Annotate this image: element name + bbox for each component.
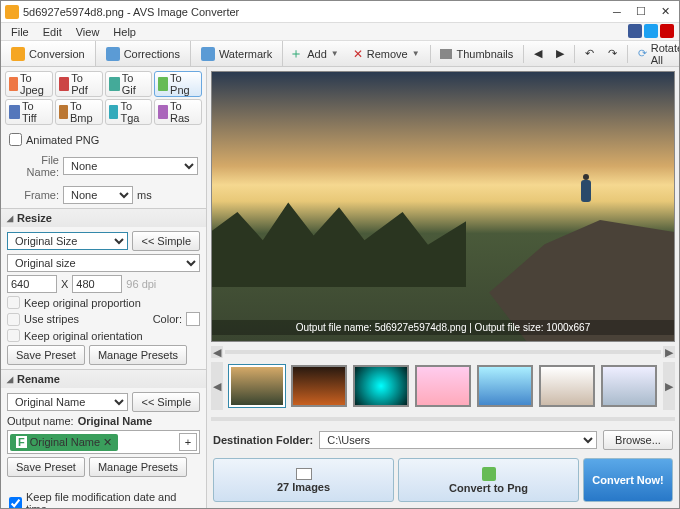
- window-title: 5d6927e5974d8.png - AVS Image Converter: [23, 6, 611, 18]
- rename-manage-presets-button[interactable]: Manage Presets: [89, 457, 187, 477]
- thumbnails-button[interactable]: Thumbnails: [434, 46, 519, 62]
- rename-preset-select[interactable]: Original Name: [7, 393, 128, 411]
- maximize-button[interactable]: ☐: [635, 6, 647, 18]
- youtube-icon[interactable]: [660, 24, 674, 38]
- thumb-prev-button[interactable]: ◀: [211, 362, 223, 410]
- color-swatch[interactable]: [186, 312, 200, 326]
- preview-scroll-left[interactable]: ◀: [211, 346, 223, 358]
- preview-area: Output file name: 5d6927e5974d8.png | Ou…: [211, 71, 675, 342]
- format-to-gif[interactable]: To Gif: [105, 71, 153, 97]
- preview-info-label: Output file name: 5d6927e5974d8.png | Ou…: [212, 320, 674, 335]
- thumbnail-3[interactable]: [415, 365, 471, 407]
- minimize-button[interactable]: ─: [611, 6, 623, 18]
- thumb-next-button[interactable]: ▶: [663, 362, 675, 410]
- resize-size-select[interactable]: Original size: [7, 254, 200, 272]
- format-icon: [109, 105, 119, 119]
- format-to-bmp[interactable]: To Bmp: [55, 99, 103, 125]
- tab-conversion[interactable]: Conversion: [1, 41, 96, 66]
- menu-help[interactable]: Help: [107, 25, 142, 39]
- facebook-icon[interactable]: [628, 24, 642, 38]
- corrections-icon: [106, 47, 120, 61]
- keep-modification-label: Keep file modification date and time: [26, 491, 198, 508]
- thumbnail-4[interactable]: [477, 365, 533, 407]
- rotate-all-button[interactable]: ⟳Rotate All▼: [632, 40, 680, 68]
- keep-orientation-checkbox: [7, 329, 20, 342]
- destination-select[interactable]: C:\Users: [319, 431, 597, 449]
- menu-bar: File Edit View Help: [1, 23, 679, 41]
- animated-checkbox[interactable]: [9, 133, 22, 146]
- thumbnails-icon: [440, 49, 452, 59]
- browse-button[interactable]: Browse...: [603, 430, 673, 450]
- animated-label: Animated PNG: [26, 134, 99, 146]
- image-count-panel: 27 Images: [213, 458, 394, 502]
- twitter-icon[interactable]: [644, 24, 658, 38]
- resize-save-preset-button: Save Preset: [7, 345, 85, 365]
- thumbnail-6[interactable]: [601, 365, 657, 407]
- height-input[interactable]: [72, 275, 122, 293]
- remove-button[interactable]: ✕Remove▼: [347, 45, 426, 63]
- keep-modification-checkbox[interactable]: [9, 497, 22, 509]
- tab-watermark[interactable]: Watermark: [191, 41, 283, 66]
- preview-scrollbar[interactable]: [225, 350, 661, 354]
- thumbnail-2[interactable]: [353, 365, 409, 407]
- format-to-tga[interactable]: To Tga: [105, 99, 153, 125]
- next-button[interactable]: ▶: [550, 45, 570, 62]
- format-icon: [109, 77, 120, 91]
- format-icon: [158, 77, 168, 91]
- output-name-label: Output name:: [7, 415, 74, 427]
- close-button[interactable]: ✕: [659, 6, 671, 18]
- app-icon: [5, 5, 19, 19]
- thumbnail-0[interactable]: [229, 365, 285, 407]
- stripes-checkbox: [7, 313, 20, 326]
- format-icon: [9, 77, 18, 91]
- frame-unit: ms: [137, 189, 152, 201]
- add-button[interactable]: ＋Add▼: [283, 43, 345, 65]
- preview-scroll-right[interactable]: ▶: [663, 346, 675, 358]
- frame-label: Frame:: [9, 189, 59, 201]
- thumb-scrollbar[interactable]: [211, 417, 675, 421]
- convert-target-panel: Convert to Png: [398, 458, 579, 502]
- filename-label: File Name:: [9, 154, 59, 178]
- format-to-png[interactable]: To Png: [154, 71, 202, 97]
- menu-edit[interactable]: Edit: [37, 25, 68, 39]
- filename-select[interactable]: None: [63, 157, 198, 175]
- format-icon: [59, 105, 68, 119]
- rotate-left-button[interactable]: ↶: [579, 45, 600, 62]
- convert-now-button[interactable]: Convert Now!: [583, 458, 673, 502]
- menu-file[interactable]: File: [5, 25, 35, 39]
- tab-corrections[interactable]: Corrections: [96, 41, 191, 66]
- rename-save-preset-button: Save Preset: [7, 457, 85, 477]
- keep-proportion-checkbox: [7, 296, 20, 309]
- width-input[interactable]: [7, 275, 57, 293]
- thumbnail-5[interactable]: [539, 365, 595, 407]
- format-to-jpeg[interactable]: To Jpeg: [5, 71, 53, 97]
- menu-view[interactable]: View: [70, 25, 106, 39]
- output-name-value: Original Name: [78, 415, 153, 427]
- png-icon: [482, 467, 496, 481]
- format-to-tiff[interactable]: To Tiff: [5, 99, 53, 125]
- watermark-icon: [201, 47, 215, 61]
- resize-section-header[interactable]: ◢Resize: [1, 208, 206, 227]
- add-token-button[interactable]: +: [179, 433, 197, 451]
- resize-simple-button[interactable]: << Simple: [132, 231, 200, 251]
- format-icon: [59, 77, 69, 91]
- rename-section-header[interactable]: ◢Rename: [1, 369, 206, 388]
- dpi-label: 96 dpi: [126, 278, 156, 290]
- conversion-icon: [11, 47, 25, 61]
- frame-select[interactable]: None: [63, 186, 133, 204]
- prev-button[interactable]: ◀: [528, 45, 548, 62]
- thumbnail-1[interactable]: [291, 365, 347, 407]
- images-icon: [296, 468, 312, 480]
- format-to-pdf[interactable]: To Pdf: [55, 71, 103, 97]
- format-to-ras[interactable]: To Ras: [154, 99, 202, 125]
- resize-preset-select[interactable]: Original Size: [7, 232, 128, 250]
- resize-manage-presets-button[interactable]: Manage Presets: [89, 345, 187, 365]
- destination-label: Destination Folder:: [213, 434, 313, 446]
- format-icon: [158, 105, 168, 119]
- rotate-right-button[interactable]: ↷: [602, 45, 623, 62]
- format-icon: [9, 105, 20, 119]
- rename-simple-button[interactable]: << Simple: [132, 392, 200, 412]
- rename-token[interactable]: FOriginal Name✕: [10, 434, 118, 451]
